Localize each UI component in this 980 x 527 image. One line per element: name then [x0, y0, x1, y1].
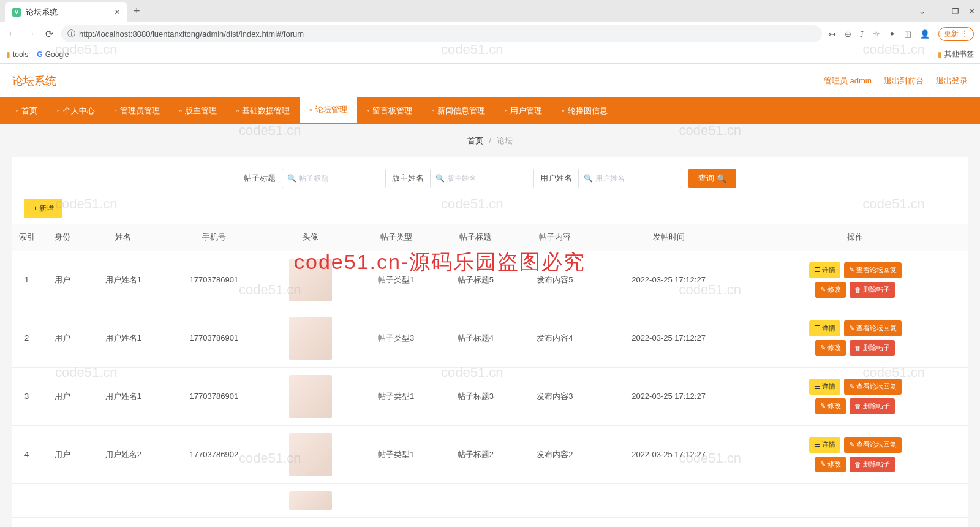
home-icon: ▫ [16, 107, 18, 115]
avatar-image [289, 375, 332, 418]
menu-item-carousel[interactable]: ▫轮播图信息 [552, 97, 617, 124]
key-icon[interactable]: ⊶ [828, 29, 836, 39]
menu-item-home[interactable]: ▫首页 [6, 97, 47, 124]
profile-icon[interactable]: 👤 [920, 29, 930, 39]
edit-icon: ✎ [820, 460, 826, 468]
edit-icon: ✎ [820, 402, 826, 410]
detail-button[interactable]: ☰详情 [809, 379, 840, 395]
query-button[interactable]: 查询🔍 [688, 169, 736, 188]
menu-item-owner[interactable]: ▫版主管理 [170, 97, 227, 124]
edit-button[interactable]: ✎修改 [815, 340, 846, 356]
users-icon: ▫ [505, 107, 507, 115]
translate-icon[interactable]: ⊕ [845, 29, 851, 39]
search-input-owner[interactable]: 🔍版主姓名 [430, 169, 534, 188]
edit-button[interactable]: ✎修改 [815, 282, 846, 298]
cell-ops: ☰详情✎查看论坛回复✎修改🗑删除帖子 [742, 309, 968, 367]
view-reply-button[interactable]: ✎查看论坛回复 [844, 379, 902, 395]
menu-item-user[interactable]: ▫个人中心 [47, 97, 104, 124]
extensions-icon[interactable]: ✦ [889, 29, 895, 39]
table-row: 2用户用户姓名117703786901帖子类型3帖子标题4发布内容42022-0… [12, 309, 968, 367]
add-button[interactable]: +新增 [24, 199, 62, 218]
detail-button[interactable]: ☰详情 [809, 437, 840, 453]
back-icon[interactable]: ← [6, 28, 18, 39]
window-controls: ⌄ — ❐ ✕ [919, 7, 975, 16]
url-input[interactable]: ⓘ http://localhost:8080/luentanxitong/ad… [61, 25, 822, 42]
forum-table: 索引身份姓名手机号头像帖子类型帖子标题帖子内容发帖时间操作 1用户用户姓名117… [12, 224, 968, 518]
menu-item-forum[interactable]: ▫论坛管理 [300, 96, 356, 124]
detail-button[interactable]: ☰详情 [809, 320, 840, 336]
user-icon: ▫ [57, 107, 59, 115]
admin-label[interactable]: 管理员 admin [824, 75, 872, 86]
edit-button[interactable]: ✎修改 [815, 398, 846, 414]
address-bar: ← → ⟳ ⓘ http://localhost:8080/luentanxit… [0, 22, 980, 45]
forward-icon[interactable]: → [24, 28, 37, 39]
search-icon: 🔍 [287, 174, 296, 183]
new-tab-button[interactable]: + [127, 5, 146, 18]
search-icon: 🔍 [435, 174, 445, 183]
other-bookmarks[interactable]: ▮其他书签 [938, 49, 974, 59]
avatar-image [289, 433, 332, 476]
view-reply-button[interactable]: ✎查看论坛回复 [844, 262, 902, 278]
menu-label: 轮播图信息 [568, 105, 608, 116]
edit-button[interactable]: ✎修改 [815, 457, 846, 472]
close-window-icon[interactable]: ✕ [968, 7, 975, 16]
search-icon: 🔍 [717, 174, 726, 183]
browser-tab[interactable]: V 论坛系统 × [5, 2, 127, 22]
content-panel: 帖子标题 🔍帖子标题 版主姓名 🔍版主姓名 用户姓名 🔍用户姓名 查询🔍 +新增… [12, 157, 968, 527]
chevron-down-icon[interactable]: ⌄ [919, 7, 925, 16]
delete-button[interactable]: 🗑删除帖子 [850, 282, 895, 298]
folder-icon: ▮ [938, 50, 942, 59]
owner-icon: ▫ [179, 107, 182, 115]
maximize-icon[interactable]: ❐ [952, 7, 959, 16]
menu-item-data[interactable]: ▫基础数据管理 [227, 97, 300, 124]
list-icon: ☰ [814, 441, 820, 449]
breadcrumb-home[interactable]: 首页 [467, 136, 483, 145]
cell-idx: 4 [12, 425, 41, 483]
menu-item-admin[interactable]: ▫管理员管理 [105, 97, 170, 124]
view-reply-button[interactable]: ✎查看论坛回复 [844, 320, 902, 336]
close-icon[interactable]: × [115, 7, 120, 18]
table-header: 头像 [265, 224, 356, 251]
side-panel-icon[interactable]: ◫ [904, 29, 911, 39]
share-icon[interactable]: ⤴ [860, 29, 864, 39]
logout-link[interactable]: 退出登录 [936, 75, 968, 86]
google-icon: G [37, 50, 42, 59]
cell-time: 2022-03-25 17:12:27 [595, 425, 743, 483]
app-header: 论坛系统 管理员 admin 退出到前台 退出登录 [0, 64, 980, 97]
menu-label: 个人中心 [63, 105, 95, 116]
delete-button[interactable]: 🗑删除帖子 [850, 340, 895, 356]
table-header: 手机号 [163, 224, 265, 251]
bookmarks-bar: ▮tools GGoogle ▮其他书签 [0, 45, 980, 64]
search-label-owner: 版主姓名 [392, 173, 424, 184]
vue-icon: V [12, 8, 21, 17]
view-reply-button[interactable]: ✎查看论坛回复 [844, 437, 902, 453]
edit-icon: ✎ [849, 266, 854, 274]
bookmark-google[interactable]: GGoogle [37, 50, 69, 59]
reload-icon[interactable]: ⟳ [43, 28, 55, 40]
cell-role: 用户 [41, 425, 83, 483]
menu-item-news[interactable]: ▫新闻信息管理 [422, 97, 495, 124]
delete-button[interactable]: 🗑删除帖子 [850, 457, 895, 472]
delete-button[interactable]: 🗑删除帖子 [850, 398, 895, 414]
search-input-user[interactable]: 🔍用户姓名 [578, 169, 682, 188]
cell-type: 帖子类型3 [356, 309, 436, 367]
bookmark-tools[interactable]: ▮tools [6, 50, 28, 59]
update-button[interactable]: 更新⋮ [938, 27, 974, 41]
star-icon[interactable]: ☆ [873, 29, 880, 39]
cell-avatar [265, 251, 356, 309]
menu-item-users[interactable]: ▫用户管理 [495, 97, 552, 124]
search-input-title[interactable]: 🔍帖子标题 [282, 169, 386, 188]
cell-name: 用户姓名1 [83, 251, 163, 309]
menu-item-board[interactable]: ▫留言板管理 [357, 97, 422, 124]
edit-icon: ✎ [820, 344, 826, 352]
avatar-image [289, 317, 332, 360]
edit-icon: ✎ [849, 324, 854, 332]
detail-button[interactable]: ☰详情 [809, 262, 840, 278]
exit-to-front-link[interactable]: 退出到前台 [884, 75, 924, 86]
cell-time: 2022-03-25 17:12:27 [595, 251, 743, 309]
cell-content: 发布内容5 [515, 251, 595, 309]
search-row: 帖子标题 🔍帖子标题 版主姓名 🔍版主姓名 用户姓名 🔍用户姓名 查询🔍 [12, 169, 968, 199]
cell-avatar [265, 483, 356, 517]
minimize-icon[interactable]: — [935, 7, 943, 16]
cell-ops: ☰详情✎查看论坛回复✎修改🗑删除帖子 [742, 251, 968, 309]
